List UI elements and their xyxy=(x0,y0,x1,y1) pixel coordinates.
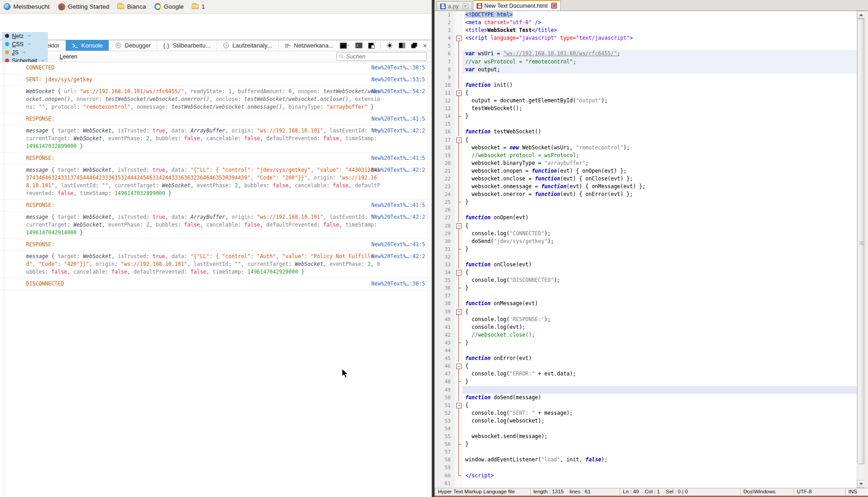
fold-collapse-icon[interactable] xyxy=(455,136,463,144)
code-line[interactable]: 49 xyxy=(435,386,857,394)
code-line[interactable]: 29 console.log("CONNECTED"); xyxy=(435,230,857,238)
code-line[interactable]: 40 console.log('RESPONSE:'); xyxy=(435,316,857,323)
code-line[interactable]: 59 xyxy=(435,464,857,471)
sidebar-toggle-icon[interactable] xyxy=(399,42,405,48)
bookmark-folder-1[interactable]: 1 xyxy=(192,3,205,10)
tab-netzwerkanalyse[interactable]: Netzwerkana... xyxy=(279,40,340,51)
code-line[interactable]: 58window.addEventListener("load", init, … xyxy=(435,456,857,464)
console-source-link[interactable]: New%20Text%…:41:5 xyxy=(371,201,425,209)
code-line[interactable]: 60</script> xyxy=(435,472,857,480)
code-line[interactable]: 22 websocket.onclose = function(evt) { o… xyxy=(435,175,857,183)
console-source-link[interactable]: New%20Text%…:42:2 xyxy=(371,166,425,174)
code-line[interactable]: 21 websocket.onopen = function(evt) { on… xyxy=(435,167,857,175)
undock-window-icon[interactable] xyxy=(411,42,417,48)
code-line[interactable]: 10function init() xyxy=(435,81,857,89)
code-line[interactable]: 23 websocket.onmessage = function(evt) {… xyxy=(435,183,857,190)
clear-console-button[interactable]: Leeren xyxy=(49,53,89,61)
console-source-link[interactable]: New%20Text%…:41:5 xyxy=(371,115,425,123)
split-console-icon[interactable] xyxy=(355,42,363,48)
code-line[interactable]: 42 //websocket.close(); xyxy=(435,331,857,339)
scroll-down-button[interactable] xyxy=(857,480,865,488)
code-line[interactable]: 3<title>WebSocket Test</title> xyxy=(435,26,857,34)
code-line[interactable]: 4<script language="javascript" type="tex… xyxy=(435,34,857,42)
code-line[interactable]: 28{ xyxy=(435,222,857,230)
code-line[interactable]: 50function doSend(message) xyxy=(435,394,857,402)
console-source-link[interactable]: New%20Text%…:36:5 xyxy=(371,280,425,288)
code-line[interactable]: 6var wsUri = "ws://192.168.10.101:80/ws/… xyxy=(435,50,857,58)
close-tab-icon[interactable]: × xyxy=(463,3,468,9)
code-line[interactable]: 54 xyxy=(435,425,857,433)
code-line[interactable]: 2<meta charset="utf-8" /> xyxy=(435,19,857,26)
code-line[interactable]: 5 xyxy=(435,42,857,50)
responsive-mode-icon[interactable] xyxy=(368,42,375,49)
settings-gear-icon[interactable] xyxy=(386,42,393,49)
bookmark-folder-bianca[interactable]: Bianca xyxy=(117,3,146,10)
fold-collapse-icon[interactable] xyxy=(455,308,463,316)
code-line[interactable]: 9 xyxy=(435,74,857,81)
code-line[interactable]: 1<!DOCTYPE html> xyxy=(435,11,857,19)
editor-vertical-scrollbar[interactable] xyxy=(857,11,864,488)
search-input[interactable] xyxy=(346,53,424,60)
code-line[interactable]: 13 testWebSocket(); xyxy=(435,105,857,112)
code-line[interactable]: 24 websocket.onerror = function(evt) { o… xyxy=(435,190,857,198)
filter-netz[interactable]: Netz xyxy=(2,32,48,40)
code-line[interactable]: 37 xyxy=(435,292,857,300)
code-line[interactable]: 35 console.log("DISCONNECTED"); xyxy=(435,276,857,284)
code-line[interactable]: 12 output = document.getElementById("out… xyxy=(435,97,857,105)
fold-collapse-icon[interactable] xyxy=(455,89,463,97)
code-line[interactable]: 16function testWebSocket() xyxy=(435,128,857,136)
code-line[interactable]: 55 websocket.send(message); xyxy=(435,433,857,440)
code-line[interactable]: 57 xyxy=(435,448,857,456)
tab-debugger[interactable]: Debugger xyxy=(109,40,157,51)
fold-collapse-icon[interactable] xyxy=(455,269,463,276)
console-source-link[interactable]: New%20Text%…:41:5 xyxy=(371,154,425,162)
code-line[interactable]: 48} xyxy=(435,378,857,386)
code-line[interactable]: 44 xyxy=(435,347,857,354)
code-line[interactable]: 39{ xyxy=(435,308,857,316)
bookmark-getting-started[interactable]: Getting Started xyxy=(58,3,110,11)
code-line[interactable]: 53 console.log(websocket); xyxy=(435,417,857,425)
bookmark-google[interactable]: Google xyxy=(154,3,184,10)
code-line[interactable]: 47 console.log("ERROR:" + evt.data); xyxy=(435,370,857,378)
code-line[interactable]: 8var output; xyxy=(435,66,857,74)
code-line[interactable]: 20 websocket.binaryType = "arraybuffer"; xyxy=(435,159,857,167)
close-tab-icon[interactable]: × xyxy=(551,3,557,9)
console-output[interactable]: CONNECTEDNew%20Text%…:30:5SENT: jdev/sys… xyxy=(0,62,431,497)
console-source-link[interactable]: New%20Text%…:42:2 xyxy=(371,213,425,221)
code-line[interactable]: 19 //websocket.protocol = wsProtocol; xyxy=(435,152,857,159)
code-line[interactable]: 27function onOpen(evt) xyxy=(435,214,857,222)
code-line[interactable]: 43} xyxy=(435,339,857,347)
code-line[interactable]: 30 doSend("jdev/sys/getkey"); xyxy=(435,238,857,245)
fold-collapse-icon[interactable] xyxy=(455,34,463,42)
console-source-link[interactable]: New%20Text%…:53:5 xyxy=(371,76,425,84)
editor-tab-apy[interactable]: a.py × xyxy=(437,1,472,11)
code-line[interactable]: 38function onMessage(evt) xyxy=(435,300,857,307)
scroll-up-button[interactable] xyxy=(857,11,865,19)
scrollbar-thumb[interactable] xyxy=(857,19,864,464)
filter-js[interactable]: JS xyxy=(2,48,48,57)
console-source-link[interactable]: New%20Text%…:42:2 xyxy=(371,127,425,135)
code-line[interactable]: 32 xyxy=(435,253,857,261)
code-line[interactable]: 56} xyxy=(435,440,857,448)
bookmark-most-visited[interactable]: Meistbesucht xyxy=(4,3,50,10)
code-line[interactable]: 14} xyxy=(435,112,857,120)
code-line[interactable]: 51{ xyxy=(435,402,857,409)
frame-select-icon[interactable] xyxy=(340,42,350,49)
code-line[interactable]: 25} xyxy=(435,198,857,206)
code-line[interactable]: 41 console.log(evt); xyxy=(435,323,857,331)
fold-collapse-icon[interactable] xyxy=(455,362,463,370)
code-line[interactable]: 61 xyxy=(435,480,857,487)
code-line[interactable]: 15 xyxy=(435,120,857,128)
fold-collapse-icon[interactable] xyxy=(455,402,463,409)
code-editor-area[interactable]: 1<!DOCTYPE html>2<meta charset="utf-8" /… xyxy=(435,11,857,488)
code-line[interactable]: 26 xyxy=(435,206,857,214)
code-line[interactable]: 45function onError(evt) xyxy=(435,354,857,362)
code-line[interactable]: 11{ xyxy=(435,89,857,97)
console-search-box[interactable] xyxy=(337,52,427,61)
tab-laufzeitanalyse[interactable]: Laufzeitanaly... xyxy=(217,40,278,51)
tab-stilbearbeitung[interactable]: { } Stilbearbeitu... xyxy=(157,40,217,51)
console-source-link[interactable]: New%20Text%…:54:2 xyxy=(371,88,425,95)
editor-tab-new-text-document[interactable]: New Text Document.html × xyxy=(473,0,561,11)
filter-css[interactable]: CSS xyxy=(2,40,48,48)
fold-collapse-icon[interactable] xyxy=(455,222,463,230)
